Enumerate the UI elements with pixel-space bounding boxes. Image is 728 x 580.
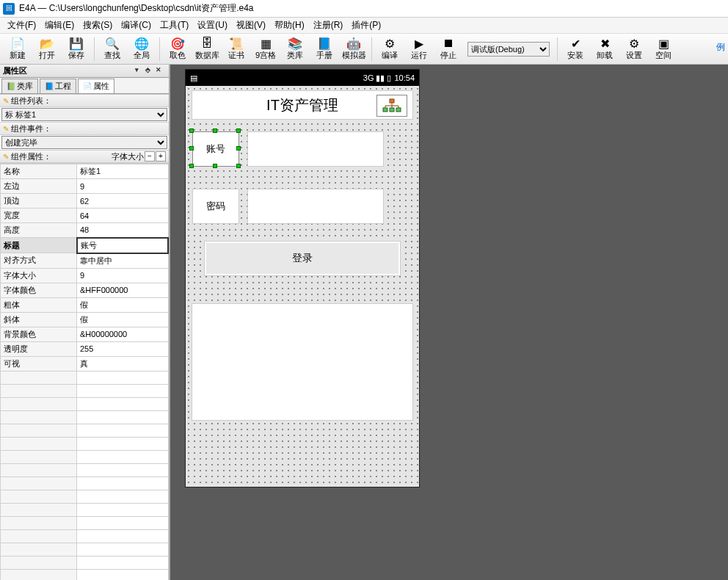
prop-value[interactable]: 62: [77, 194, 169, 209]
wand-icon: ✎: [3, 153, 9, 161]
toolbar-证书-button[interactable]: 📜证书: [222, 35, 251, 63]
prop-row[interactable]: 透明度255: [1, 341, 169, 356]
prop-row[interactable]: 字体颜色&HFF000000: [1, 283, 169, 297]
panel-dropdown-icon[interactable]: ▾: [135, 66, 145, 76]
build-config-select[interactable]: 调试版(Debug): [467, 42, 550, 57]
prop-value[interactable]: 9: [77, 268, 169, 283]
resize-handle[interactable]: [213, 128, 217, 133]
menu-item[interactable]: 编辑(E): [40, 18, 79, 33]
toolbar-卸载-button[interactable]: ✖卸载: [590, 35, 619, 63]
toolbar-设置-button[interactable]: ⚙设置: [619, 35, 649, 63]
prop-value[interactable]: 账号: [77, 238, 169, 253]
menu-item[interactable]: 设置(U): [193, 18, 232, 33]
prop-value[interactable]: 真: [77, 356, 169, 371]
panel-tab-类库[interactable]: 📗类库: [1, 79, 38, 93]
content-area[interactable]: [192, 303, 413, 421]
signal-bars-icon: ▮▮: [376, 73, 385, 83]
prop-value[interactable]: 靠中居中: [77, 253, 169, 269]
panel-pin-icon[interactable]: ⬘: [145, 66, 156, 76]
toolbar-停止-button[interactable]: ⏹停止: [434, 35, 463, 63]
prop-key: 左边: [1, 179, 77, 194]
menu-item[interactable]: 插件(P): [347, 18, 385, 33]
resize-handle[interactable]: [236, 146, 241, 151]
toolbar-数据库-button[interactable]: 🗄数据库: [192, 35, 222, 63]
prop-row[interactable]: 顶边62: [1, 194, 169, 209]
svg-rect-0: [390, 99, 394, 103]
toolbar-空间-button[interactable]: ▣空间: [649, 35, 678, 63]
prop-value[interactable]: &HFF000000: [77, 283, 169, 297]
prop-row[interactable]: 宽度64: [1, 209, 169, 223]
toolbar-手册-button[interactable]: 📘手册: [310, 35, 339, 63]
prop-row[interactable]: 粗体假: [1, 297, 169, 312]
prop-row[interactable]: 标题账号: [1, 238, 169, 253]
resize-handle[interactable]: [189, 164, 194, 168]
toolbar-全局-button[interactable]: 🌐全局: [127, 35, 156, 63]
menu-item[interactable]: 编译(C): [117, 18, 156, 33]
font-increase-button[interactable]: +: [156, 151, 166, 162]
toolbar-icon: 🔍: [106, 37, 119, 50]
password-label[interactable]: 密码: [192, 189, 239, 224]
toolbar-icon: 🌐: [135, 37, 148, 50]
toolbar-保存-button[interactable]: 💾保存: [62, 35, 91, 63]
org-chart-icon[interactable]: [376, 95, 407, 117]
component-event-select[interactable]: 创建完毕: [1, 136, 167, 149]
tab-icon: 📗: [7, 82, 15, 91]
toolbar-编译-button[interactable]: ⚙编译: [375, 35, 404, 63]
title-bar: 回 E4A — C:\Users\longchunfeng\Desktop\cs…: [0, 0, 728, 18]
menu-item[interactable]: 帮助(H): [270, 18, 309, 33]
prop-row[interactable]: 背景颜色&H00000000: [1, 327, 169, 341]
prop-value[interactable]: 假: [77, 312, 169, 327]
prop-row[interactable]: 斜体假: [1, 312, 169, 327]
toolbar-icon: ⏹: [442, 37, 455, 50]
component-list-select[interactable]: 标 标签1: [1, 108, 167, 121]
toolbar-类库-button[interactable]: 📚类库: [280, 35, 310, 63]
designer-canvas[interactable]: ▤ 3G ▮▮ ▯ 10:54 IT资产管理: [170, 65, 728, 580]
prop-row[interactable]: 可视真: [1, 356, 169, 371]
panel-tab-属性[interactable]: 📄属性: [78, 79, 114, 93]
toolbar-安装-button[interactable]: ✔安装: [561, 35, 590, 63]
resize-handle[interactable]: [189, 128, 194, 133]
toolbar-新建-button[interactable]: 📄新建: [3, 35, 32, 63]
panel-close-icon[interactable]: ✕: [156, 66, 166, 76]
prop-row[interactable]: 对齐方式靠中居中: [1, 253, 169, 269]
username-label[interactable]: 账号: [192, 131, 239, 167]
prop-value[interactable]: 255: [77, 341, 169, 356]
prop-value[interactable]: 64: [77, 209, 169, 223]
resize-handle[interactable]: [213, 164, 217, 168]
prop-value[interactable]: 假: [77, 297, 169, 312]
prop-row[interactable]: 左边9: [1, 179, 169, 194]
panel-tab-工程[interactable]: 📘工程: [40, 79, 76, 93]
prop-key: 斜体: [1, 312, 77, 327]
password-input[interactable]: [247, 189, 384, 224]
toolbar-模拟器-button[interactable]: 🤖模拟器: [339, 35, 368, 63]
login-button[interactable]: 登录: [205, 242, 400, 275]
toolbar-取色-button[interactable]: 🎯取色: [163, 35, 192, 63]
prop-key: 对齐方式: [1, 253, 77, 269]
menu-item[interactable]: 注册(R): [309, 18, 348, 33]
menu-item[interactable]: 视图(V): [232, 18, 270, 33]
toolbar-icon: ⚙: [627, 37, 641, 50]
example-link[interactable]: 例: [716, 41, 725, 54]
font-decrease-button[interactable]: −: [145, 151, 155, 162]
menu-item[interactable]: 文件(F): [3, 18, 40, 33]
prop-value[interactable]: 9: [77, 179, 169, 194]
prop-row[interactable]: 字体大小9: [1, 268, 169, 283]
toolbar-查找-button[interactable]: 🔍查找: [98, 35, 127, 63]
username-input[interactable]: [247, 131, 384, 167]
toolbar-打开-button[interactable]: 📂打开: [32, 35, 62, 63]
menu-item[interactable]: 搜索(S): [79, 18, 117, 33]
property-grid: 名称标签1左边9顶边62宽度64高度48标题账号对齐方式靠中居中字体大小9字体颜…: [0, 163, 169, 580]
resize-handle[interactable]: [189, 146, 194, 151]
prop-value[interactable]: 标签1: [77, 164, 169, 179]
toolbar-9宫格-button[interactable]: ▦9宫格: [251, 35, 280, 63]
resize-handle[interactable]: [236, 128, 241, 133]
prop-key: 可视: [1, 356, 77, 371]
prop-value[interactable]: &H00000000: [77, 327, 169, 341]
resize-handle[interactable]: [236, 164, 241, 168]
prop-row[interactable]: 高度48: [1, 223, 169, 238]
form-design-area[interactable]: IT资产管理 账号: [186, 86, 419, 487]
toolbar-运行-button[interactable]: ▶运行: [404, 35, 434, 63]
prop-row[interactable]: 名称标签1: [1, 164, 169, 179]
menu-item[interactable]: 工具(T): [156, 18, 193, 33]
prop-value[interactable]: 48: [77, 223, 169, 238]
